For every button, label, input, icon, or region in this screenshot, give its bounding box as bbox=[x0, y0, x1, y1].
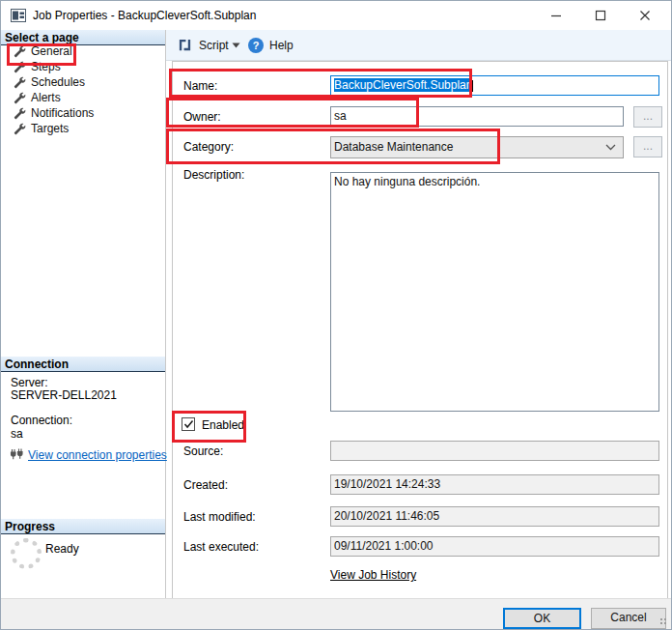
created-label: Created: bbox=[183, 478, 228, 492]
wrench-icon bbox=[14, 45, 26, 58]
wrench-icon bbox=[14, 61, 26, 73]
script-icon bbox=[178, 38, 192, 52]
window-title: Job Properties - BackupCleverSoft.Subpla… bbox=[33, 9, 256, 22]
owner-label: Owner: bbox=[183, 110, 221, 124]
sidebar-item-label: General bbox=[31, 44, 72, 58]
resize-grip[interactable] bbox=[660, 618, 668, 626]
category-browse-button[interactable]: ... bbox=[633, 136, 662, 158]
sidebar-item-notifications[interactable]: Notifications bbox=[1, 105, 163, 121]
last-executed-label: Last executed: bbox=[183, 540, 259, 554]
created-field: 19/10/2021 14:24:33 bbox=[330, 474, 659, 495]
chevron-down-icon bbox=[232, 43, 240, 48]
name-input[interactable]: BackupCleverSoft.Subplan bbox=[330, 75, 659, 96]
server-label: Server: bbox=[11, 376, 48, 389]
name-label: Name: bbox=[183, 79, 217, 93]
description-textarea[interactable]: No hay ninguna descripción. bbox=[330, 172, 659, 412]
source-field bbox=[330, 441, 659, 461]
sidebar-divider bbox=[165, 30, 166, 598]
checkbox-check-icon bbox=[183, 419, 194, 429]
progress-header: Progress bbox=[1, 519, 165, 534]
progress-spinner-icon bbox=[11, 538, 42, 569]
minimize-button[interactable] bbox=[534, 1, 578, 30]
maximize-button[interactable] bbox=[578, 1, 623, 30]
owner-browse-button[interactable]: ... bbox=[633, 106, 662, 128]
minimize-icon bbox=[550, 10, 562, 21]
wrench-icon bbox=[14, 92, 26, 104]
help-icon: ? bbox=[248, 38, 264, 53]
sidebar-item-label: Notifications bbox=[31, 106, 94, 120]
script-label: Script bbox=[199, 39, 229, 52]
enabled-checkbox[interactable] bbox=[182, 417, 195, 431]
sidebar-item-label: Steps bbox=[31, 60, 61, 73]
job-properties-dialog: Job Properties - BackupCleverSoft.Subpla… bbox=[0, 0, 672, 630]
category-selected-value: Database Maintenance bbox=[334, 140, 453, 154]
toolbar: Script ? Help bbox=[166, 30, 671, 61]
view-connection-properties-link[interactable]: View connection properties bbox=[28, 448, 167, 462]
category-label: Category: bbox=[183, 140, 234, 154]
general-page-panel: Name: BackupCleverSoft.Subplan Owner: sa… bbox=[172, 61, 668, 600]
script-button[interactable]: Script bbox=[178, 30, 229, 60]
sidebar-item-steps[interactable]: Steps bbox=[1, 59, 163, 74]
owner-input[interactable]: sa bbox=[330, 106, 624, 127]
sidebar-item-targets[interactable]: Targets bbox=[1, 121, 163, 136]
help-button[interactable]: ? Help bbox=[248, 30, 294, 60]
server-value: SERVER-DELL2021 bbox=[11, 388, 117, 402]
view-job-history-link[interactable]: View Job History bbox=[330, 568, 416, 582]
description-label: Description: bbox=[183, 168, 244, 182]
sidebar-item-alerts[interactable]: Alerts bbox=[1, 90, 163, 105]
ok-button[interactable]: OK bbox=[503, 608, 581, 629]
wrench-icon bbox=[14, 107, 26, 120]
last-executed-field: 09/11/2021 1:00:00 bbox=[330, 536, 659, 557]
last-modified-field: 20/10/2021 11:46:05 bbox=[330, 506, 659, 527]
last-modified-label: Last modified: bbox=[183, 510, 256, 524]
sidebar-item-label: Alerts bbox=[31, 91, 61, 104]
wrench-icon bbox=[14, 76, 26, 89]
title-bar: Job Properties - BackupCleverSoft.Subpla… bbox=[1, 1, 671, 30]
cancel-button[interactable]: Cancel bbox=[591, 608, 666, 629]
script-dropdown-button[interactable] bbox=[232, 30, 240, 60]
wrench-icon bbox=[14, 123, 26, 135]
combo-chevron-down-icon bbox=[605, 144, 616, 151]
close-button[interactable] bbox=[623, 1, 667, 30]
source-label: Source: bbox=[183, 444, 223, 458]
sidebar-item-label: Schedules bbox=[31, 75, 85, 89]
connection-header: Connection bbox=[1, 357, 165, 372]
progress-status: Ready bbox=[45, 542, 79, 556]
sidebar-item-label: Targets bbox=[31, 122, 69, 135]
maximize-icon bbox=[595, 10, 606, 21]
connection-label: Connection: bbox=[11, 414, 72, 427]
help-label: Help bbox=[269, 39, 294, 52]
text-caret bbox=[472, 80, 473, 92]
name-input-selected-text: BackupCleverSoft.Subplan bbox=[334, 78, 472, 92]
close-icon bbox=[639, 10, 651, 21]
sidebar-item-schedules[interactable]: Schedules bbox=[1, 74, 163, 90]
window-icon bbox=[11, 9, 26, 22]
enabled-label: Enabled bbox=[202, 418, 244, 432]
connection-plug-icon bbox=[10, 448, 24, 461]
connection-value: sa bbox=[11, 427, 23, 441]
sidebar-item-general[interactable]: General bbox=[1, 43, 163, 59]
category-select[interactable]: Database Maintenance bbox=[330, 136, 624, 158]
